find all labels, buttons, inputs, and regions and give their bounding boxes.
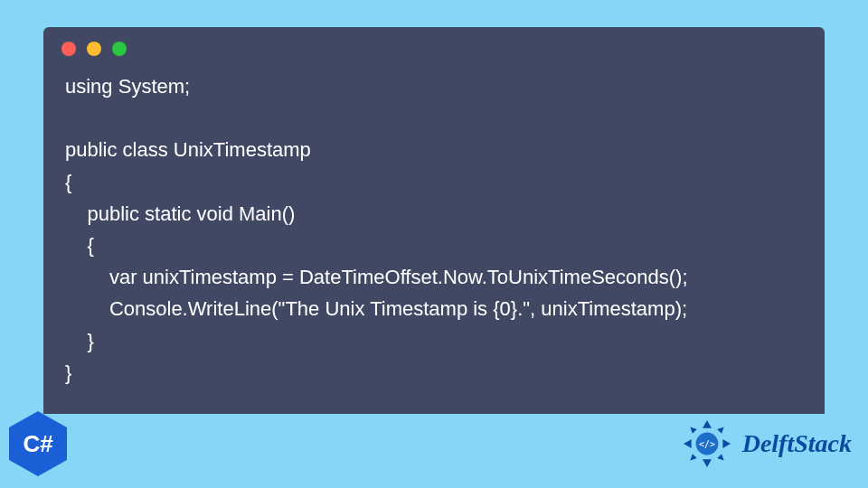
language-label: C# bbox=[23, 430, 52, 458]
minimize-icon bbox=[87, 42, 101, 56]
close-icon bbox=[61, 42, 76, 56]
maximize-icon bbox=[112, 42, 127, 56]
svg-text:</>: </> bbox=[699, 439, 715, 449]
hexagon-icon: C# bbox=[9, 411, 67, 476]
brand-logo-icon: </> bbox=[679, 416, 735, 472]
code-block: using System; public class UnixTimestamp… bbox=[43, 65, 825, 396]
code-window: using System; public class UnixTimestamp… bbox=[43, 27, 825, 414]
language-badge: C# bbox=[9, 411, 67, 476]
footer: C# </> bbox=[0, 407, 868, 488]
brand: </> DelftStack bbox=[679, 416, 852, 472]
window-titlebar bbox=[43, 27, 825, 65]
brand-name: DelftStack bbox=[742, 429, 852, 458]
